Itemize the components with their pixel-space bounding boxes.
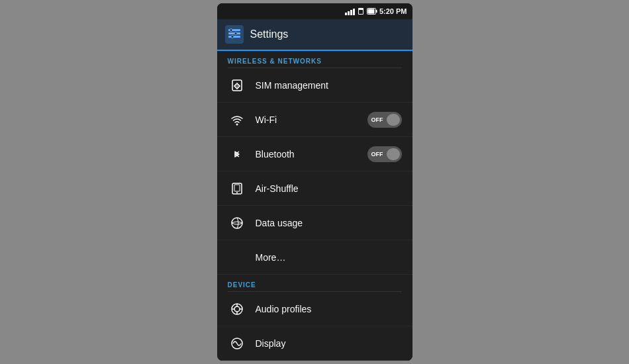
audio-profiles-item[interactable]: Audio profiles xyxy=(217,292,412,326)
page-title: Settings xyxy=(250,28,289,40)
phone-icon xyxy=(228,179,246,198)
wifi-icon xyxy=(228,111,246,129)
settings-list: WIRELESS & NETWORKS SIM management xyxy=(217,51,412,361)
settings-app-icon xyxy=(225,25,244,44)
audio-icon xyxy=(228,300,246,318)
svg-point-9 xyxy=(234,32,237,35)
svg-rect-1 xyxy=(359,10,363,14)
wifi-label: Wi-Fi xyxy=(256,114,367,125)
app-header: Settings xyxy=(217,19,412,51)
audio-profiles-label: Audio profiles xyxy=(256,304,402,314)
sim-management-label: SIM management xyxy=(256,80,402,91)
section-header-device: DEVICE xyxy=(217,275,412,291)
svg-rect-3 xyxy=(375,10,377,13)
wifi-toggle-knob xyxy=(387,114,400,126)
data-usage-item[interactable]: Data usage xyxy=(217,206,412,240)
sim-management-item[interactable]: SIM management xyxy=(217,68,412,103)
battery-status-icon xyxy=(367,8,377,15)
section-header-wireless: WIRELESS & NETWORKS xyxy=(217,51,412,68)
bluetooth-label: Bluetooth xyxy=(256,149,367,159)
bluetooth-toggle-knob xyxy=(387,148,400,160)
svg-rect-7 xyxy=(228,36,240,38)
bluetooth-icon xyxy=(228,145,246,163)
signal-strength-icon xyxy=(345,7,355,15)
wifi-item[interactable]: Wi-Fi OFF xyxy=(217,103,412,137)
wifi-toggle[interactable]: OFF xyxy=(367,112,402,128)
display-item[interactable]: Display xyxy=(217,326,412,361)
svg-rect-4 xyxy=(367,9,374,14)
bluetooth-toggle-label: OFF xyxy=(371,151,383,158)
air-shuffle-item[interactable]: Air-Shuffle xyxy=(217,171,412,206)
more-label: More… xyxy=(256,252,402,263)
sim-icon xyxy=(228,76,246,95)
data-usage-label: Data usage xyxy=(256,218,402,228)
status-time: 5:20 PM xyxy=(379,7,407,15)
svg-point-21 xyxy=(236,192,238,193)
bluetooth-item[interactable]: Bluetooth OFF xyxy=(217,137,412,171)
status-icons: 5:20 PM xyxy=(345,7,407,15)
svg-point-22 xyxy=(232,218,242,228)
status-bar: 5:20 PM xyxy=(217,3,412,19)
svg-rect-20 xyxy=(234,185,240,191)
more-item[interactable]: More… xyxy=(217,240,412,275)
sim-status-icon xyxy=(357,7,365,15)
svg-point-24 xyxy=(234,306,240,312)
svg-point-8 xyxy=(230,29,232,32)
wifi-toggle-label: OFF xyxy=(371,116,383,123)
main-screen: Settings WIRELESS & NETWORKS xyxy=(217,19,412,361)
svg-point-13 xyxy=(236,85,238,87)
svg-point-18 xyxy=(236,123,238,125)
display-label: Display xyxy=(256,338,402,349)
bluetooth-toggle[interactable]: OFF xyxy=(367,146,402,162)
data-icon xyxy=(228,214,246,232)
svg-point-10 xyxy=(231,36,234,38)
air-shuffle-label: Air-Shuffle xyxy=(256,183,402,194)
phone-frame: 5:20 PM Settings WIRELESS & NETWORKS xyxy=(217,3,412,361)
display-icon xyxy=(228,334,246,353)
